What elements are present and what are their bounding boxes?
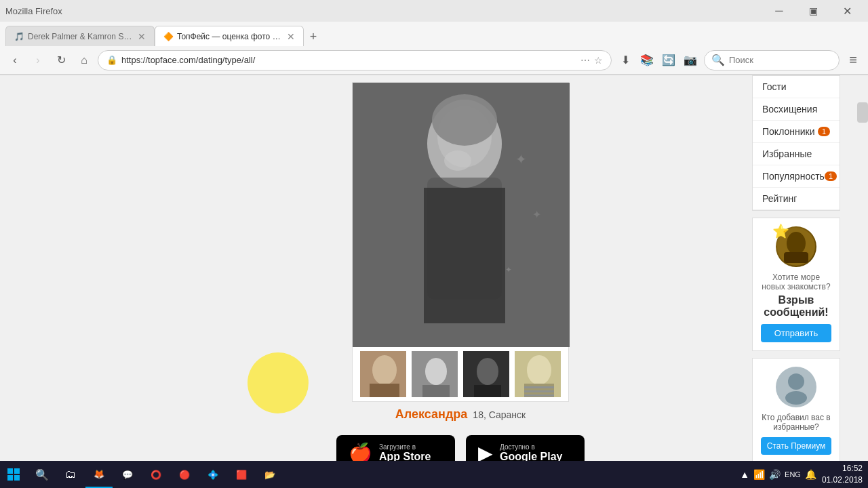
scrollbar[interactable] bbox=[857, 75, 868, 488]
svg-rect-34 bbox=[14, 475, 20, 481]
taskbar-skype[interactable]: 💠 bbox=[199, 461, 226, 488]
favorites-label: Избранные bbox=[762, 148, 812, 159]
popularity-badge: 1 bbox=[825, 171, 837, 181]
popularity-label: Популярность bbox=[762, 171, 825, 182]
premium-button[interactable]: Стать Премиум bbox=[761, 437, 831, 455]
tab-title-1: Derek Palmer & Kamron Sc... bbox=[28, 32, 134, 41]
thumbnail-4[interactable] bbox=[513, 350, 562, 399]
sidebar-item-admiration[interactable]: Восхищения bbox=[753, 98, 840, 121]
taskbar-app1[interactable]: 🔴 bbox=[171, 461, 198, 488]
profile-photo-container: ✦ ✦ ✦ bbox=[352, 82, 569, 402]
taskbar-whatsapp[interactable]: 💬 bbox=[114, 461, 141, 488]
bookmarks-icon[interactable]: 📚 bbox=[637, 51, 656, 70]
taskbar-firefox[interactable]: 🦊 bbox=[85, 461, 113, 488]
left-spacer bbox=[0, 75, 169, 488]
taskbar: 🔍 🗂 🦊 💬 ⭕ 🔴 💠 🟥 📂 ▲ 📶 🔊 ENG bbox=[0, 461, 868, 488]
firefox-icon: 🦊 bbox=[94, 469, 104, 479]
taskbar-app2[interactable]: 🟥 bbox=[228, 461, 255, 488]
chrome-icon: ⭕ bbox=[151, 470, 161, 480]
portrait-svg: ✦ ✦ ✦ bbox=[353, 83, 570, 347]
toolbar-icons: ⬇ 📚 🔄 📷 bbox=[616, 51, 700, 70]
svg-text:✦: ✦ bbox=[505, 265, 512, 274]
svg-rect-15 bbox=[422, 385, 450, 399]
tray-network-icon[interactable]: 📶 bbox=[753, 469, 765, 480]
sidebar-menu: Гости Восхищения Поклонники 1 Избранные … bbox=[752, 75, 840, 211]
rating-label: Рейтинг bbox=[762, 193, 797, 204]
thumb-svg-2 bbox=[412, 351, 459, 399]
fans-badge: 1 bbox=[818, 127, 830, 136]
refresh-button[interactable]: ↻ bbox=[52, 51, 71, 70]
taskbar-app3[interactable]: 📂 bbox=[256, 461, 283, 488]
star-icon[interactable]: ☆ bbox=[594, 55, 603, 66]
svg-point-26 bbox=[787, 232, 806, 255]
taskbar-left: 🔍 🗂 🦊 💬 ⭕ 🔴 💠 🟥 📂 bbox=[0, 461, 283, 488]
thumb-svg-1 bbox=[360, 351, 408, 399]
tray-lang[interactable]: ENG bbox=[785, 470, 801, 479]
ad-star: ⭐ bbox=[772, 223, 789, 239]
tab-inactive[interactable]: 🎵 Derek Palmer & Kamron Sc... ✕ bbox=[5, 26, 155, 46]
task-view-button[interactable]: 🗂 bbox=[57, 461, 84, 488]
tab-close-1[interactable]: ✕ bbox=[138, 31, 146, 42]
tray-sound-icon[interactable]: 🔊 bbox=[769, 469, 781, 480]
tab-active[interactable]: 🔶 ТопФейс — оценка фото и з... ✕ bbox=[155, 26, 304, 46]
svg-rect-18 bbox=[474, 385, 501, 399]
ad-text-bold: Взрыв сообщений! bbox=[761, 294, 831, 319]
thumbnail-1[interactable] bbox=[359, 350, 408, 399]
thumb-svg-4 bbox=[515, 351, 562, 399]
taskbar-chrome[interactable]: ⭕ bbox=[142, 461, 170, 488]
svg-point-30 bbox=[785, 391, 807, 405]
tray-up-arrow[interactable]: ▲ bbox=[740, 469, 749, 480]
screen-icon[interactable]: 📷 bbox=[681, 51, 700, 70]
svg-text:✦: ✦ bbox=[532, 209, 541, 220]
search-box[interactable]: 🔍 bbox=[704, 50, 840, 70]
search-taskbar-button[interactable]: 🔍 bbox=[28, 461, 56, 488]
tab-close-2[interactable]: ✕ bbox=[287, 31, 295, 42]
sidebar-item-favorites[interactable]: Избранные bbox=[753, 143, 840, 165]
svg-text:✦: ✦ bbox=[515, 152, 527, 167]
ad-send-button[interactable]: Отправить bbox=[761, 324, 831, 342]
search-input[interactable] bbox=[729, 55, 824, 65]
thumb-svg-3 bbox=[463, 351, 511, 399]
sidebar-item-guests[interactable]: Гости bbox=[753, 76, 840, 98]
svg-point-29 bbox=[788, 373, 804, 390]
address-box[interactable]: 🔒 https://topface.com/dating/type/all/ ⋯… bbox=[98, 50, 612, 70]
right-sidebar: Гости Восхищения Поклонники 1 Избранные … bbox=[752, 75, 857, 488]
date-display: 01.02.2018 bbox=[822, 474, 863, 486]
systray: ▲ 📶 🔊 ENG 🔔 bbox=[740, 469, 816, 480]
svg-rect-27 bbox=[784, 252, 808, 263]
profile-photo[interactable]: ✦ ✦ ✦ bbox=[353, 83, 570, 347]
scrollbar-thumb[interactable] bbox=[857, 102, 868, 123]
download-icon[interactable]: ⬇ bbox=[616, 51, 635, 70]
profile-name: Александра bbox=[395, 407, 468, 422]
main-content: ✦ ✦ ✦ bbox=[169, 75, 752, 488]
lock-icon: 🔒 bbox=[106, 55, 117, 65]
browser-title: Mozilla Firefox bbox=[5, 6, 62, 16]
home-button[interactable]: ⌂ bbox=[75, 51, 94, 70]
sync-icon[interactable]: 🔄 bbox=[659, 51, 678, 70]
sidebar-item-rating[interactable]: Рейтинг bbox=[753, 188, 840, 210]
menu-button[interactable]: ≡ bbox=[844, 51, 863, 70]
start-button[interactable] bbox=[0, 461, 27, 488]
close-button[interactable]: ✕ bbox=[831, 3, 863, 18]
whatsapp-icon: 💬 bbox=[122, 470, 133, 480]
svg-rect-32 bbox=[14, 468, 20, 474]
tab-favicon-2: 🔶 bbox=[163, 32, 173, 41]
window-controls: ─ ▣ ✕ bbox=[764, 3, 863, 18]
maximize-button[interactable]: ▣ bbox=[797, 3, 829, 18]
sidebar-item-fans[interactable]: Поклонники 1 bbox=[753, 121, 840, 143]
ad-block: ⭐ Хотите море новых знакомств? Взрыв соо… bbox=[752, 218, 840, 351]
minimize-button[interactable]: ─ bbox=[764, 3, 795, 18]
sidebar-item-popularity[interactable]: Популярность 1 bbox=[753, 165, 840, 188]
thumbnail-2[interactable] bbox=[410, 350, 459, 399]
thumbnail-3[interactable] bbox=[462, 350, 511, 399]
bookmark-icon[interactable]: ⋯ bbox=[580, 55, 590, 66]
browser-chrome: Mozilla Firefox ─ ▣ ✕ 🎵 Derek Palmer & K… bbox=[0, 0, 868, 75]
skype-icon: 💠 bbox=[208, 470, 218, 480]
forward-button[interactable]: › bbox=[28, 51, 47, 70]
new-tab-button[interactable]: + bbox=[304, 27, 323, 46]
back-button[interactable]: ‹ bbox=[5, 51, 24, 70]
tabs-bar: 🎵 Derek Palmer & Kamron Sc... ✕ 🔶 ТопФей… bbox=[0, 22, 868, 46]
tray-notification[interactable]: 🔔 bbox=[805, 469, 816, 480]
premium-avatar bbox=[776, 367, 816, 407]
svg-point-5 bbox=[444, 150, 471, 171]
